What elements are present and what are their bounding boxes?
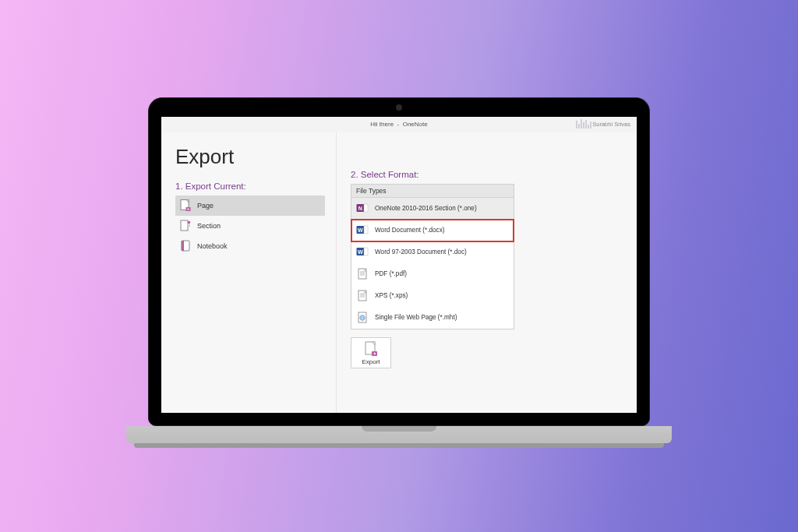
right-pane: 2. Select Format: File Types N OneNote 2… bbox=[337, 132, 637, 413]
filetypes-panel: File Types N OneNote 2010-2016 Section (… bbox=[351, 184, 514, 329]
export-current-item-notebook[interactable]: Notebook bbox=[175, 236, 325, 256]
titlebar-app-name: OneNote bbox=[403, 121, 428, 128]
titlebar-user-name: Surabhi Srivas bbox=[592, 117, 630, 132]
format-item-word-docx[interactable]: W Word Document (*.docx) bbox=[351, 220, 514, 241]
app-screen: Hii there - OneNote Surabhi Srivas Expor… bbox=[161, 117, 637, 413]
titlebar-sep: - bbox=[397, 121, 400, 128]
svg-point-3 bbox=[187, 208, 189, 210]
svg-rect-21 bbox=[364, 248, 368, 255]
laptop-bezel: Hii there - OneNote Surabhi Srivas Expor… bbox=[148, 97, 650, 426]
export-button-label: Export bbox=[351, 358, 390, 365]
format-item-label: OneNote 2010-2016 Section (*.one) bbox=[375, 205, 477, 212]
export-button[interactable]: Export bbox=[351, 337, 391, 368]
left-pane: Export 1. Export Current: Page bbox=[161, 132, 337, 413]
web-file-icon bbox=[356, 312, 369, 324]
export-current-item-page[interactable]: Page bbox=[175, 196, 325, 216]
titlebar-doc-name: Hii there bbox=[370, 121, 394, 128]
select-format-heading: 2. Select Format: bbox=[351, 170, 623, 179]
format-item-label: XPS (*.xps) bbox=[375, 292, 408, 299]
svg-text:N: N bbox=[358, 205, 362, 210]
export-current-item-label: Notebook bbox=[197, 242, 228, 250]
doc-file-icon bbox=[356, 290, 369, 302]
export-page-icon bbox=[364, 341, 378, 357]
export-current-list: Page Section Notebook bbox=[175, 196, 325, 256]
format-item-word-doc[interactable]: W Word 97-2003 Document (*.doc) bbox=[351, 241, 514, 263]
format-item-onenote[interactable]: N OneNote 2010-2016 Section (*.one) bbox=[351, 198, 514, 220]
page-icon bbox=[180, 199, 191, 212]
format-item-xps[interactable]: XPS (*.xps) bbox=[351, 285, 514, 307]
svg-rect-4 bbox=[181, 220, 188, 231]
section-icon bbox=[180, 220, 191, 232]
notebook-icon bbox=[180, 240, 191, 252]
laptop-mockup: Hii there - OneNote Surabhi Srivas Expor… bbox=[148, 97, 650, 448]
onenote-file-icon: N bbox=[356, 203, 369, 215]
format-item-mht[interactable]: Single File Web Page (*.mht) bbox=[351, 307, 514, 329]
filetypes-header: File Types bbox=[351, 185, 514, 198]
export-current-item-section[interactable]: Section bbox=[175, 216, 325, 236]
format-item-label: PDF (*.pdf) bbox=[375, 270, 407, 277]
svg-text:W: W bbox=[358, 227, 363, 232]
titlebar: Hii there - OneNote Surabhi Srivas bbox=[161, 117, 637, 132]
svg-rect-6 bbox=[188, 224, 190, 227]
format-item-label: Single File Web Page (*.mht) bbox=[375, 314, 457, 321]
export-current-heading: 1. Export Current: bbox=[175, 181, 325, 191]
laptop-base bbox=[126, 426, 672, 443]
doc-file-icon bbox=[356, 268, 369, 280]
laptop-camera bbox=[396, 104, 402, 111]
content-area: Export 1. Export Current: Page bbox=[161, 132, 637, 413]
format-item-label: Word Document (*.docx) bbox=[375, 227, 445, 234]
export-current-item-label: Page bbox=[197, 202, 214, 210]
format-item-pdf[interactable]: PDF (*.pdf) bbox=[351, 263, 514, 285]
word-file-icon: W bbox=[356, 246, 369, 259]
laptop-shadow bbox=[134, 443, 664, 448]
export-current-item-label: Section bbox=[197, 222, 221, 230]
svg-rect-15 bbox=[364, 204, 368, 212]
word-file-icon: W bbox=[356, 224, 369, 237]
svg-rect-5 bbox=[188, 221, 190, 224]
titlebar-decoration-icon bbox=[576, 119, 591, 129]
svg-text:W: W bbox=[358, 248, 363, 254]
svg-rect-18 bbox=[364, 226, 368, 234]
format-item-label: Word 97-2003 Document (*.doc) bbox=[375, 248, 467, 255]
page-title: Export bbox=[175, 145, 325, 169]
